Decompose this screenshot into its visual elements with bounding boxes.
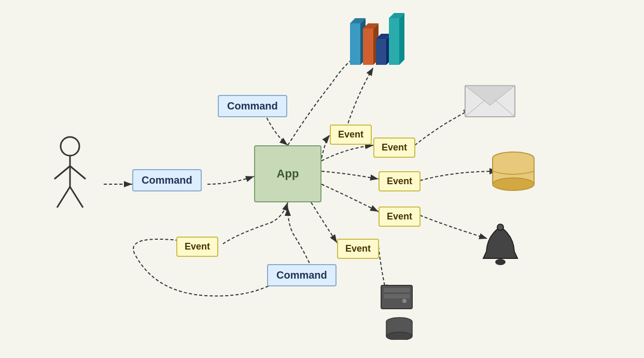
svg-rect-31 <box>384 288 410 292</box>
bell-icon <box>477 223 524 277</box>
command-box-2: Command <box>132 169 202 191</box>
svg-rect-10 <box>363 29 373 65</box>
bar-chart-icon <box>347 10 404 75</box>
event-box-5: Event <box>337 239 379 259</box>
svg-line-6 <box>70 187 83 208</box>
event-box-3: Event <box>379 171 421 191</box>
event-box-2: Event <box>373 137 415 158</box>
diagram-container: App Command Command Command Event Event … <box>0 0 644 358</box>
stick-figure <box>47 135 93 215</box>
svg-point-27 <box>493 178 534 190</box>
svg-rect-16 <box>389 18 399 65</box>
svg-point-38 <box>386 332 412 340</box>
command-box-3: Command <box>267 264 337 286</box>
event-box-6: Event <box>176 237 218 257</box>
svg-point-1 <box>61 137 79 156</box>
svg-point-28 <box>497 224 503 230</box>
svg-line-5 <box>57 187 70 208</box>
server-icon <box>373 283 425 342</box>
svg-rect-7 <box>350 23 360 65</box>
svg-rect-32 <box>384 294 410 298</box>
svg-point-29 <box>495 259 506 265</box>
command-box-1: Command <box>218 95 287 117</box>
event-box-1: Event <box>330 125 372 145</box>
app-label: App <box>277 167 299 181</box>
app-box: App <box>254 145 321 202</box>
svg-rect-13 <box>376 39 386 65</box>
database-icon <box>487 148 539 197</box>
svg-line-4 <box>70 166 86 179</box>
svg-line-3 <box>54 166 70 179</box>
svg-point-33 <box>402 299 407 303</box>
arrows-svg <box>0 0 644 358</box>
event-box-4: Event <box>379 206 421 227</box>
envelope-icon <box>464 80 516 121</box>
svg-marker-18 <box>399 13 404 65</box>
